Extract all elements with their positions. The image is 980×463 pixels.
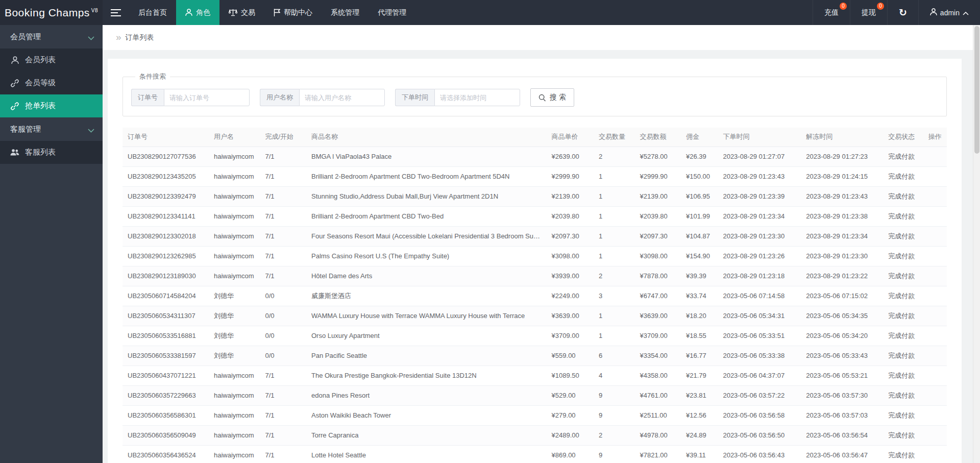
- cell-order_no: UB2305060437071221: [122, 365, 209, 385]
- column-header-ratio: 完成/开始: [260, 128, 306, 147]
- column-header-qty: 交易数量: [594, 128, 634, 147]
- menu-toggle-icon[interactable]: [103, 0, 129, 25]
- order-no-input[interactable]: [164, 89, 250, 106]
- sidebar-item-service-list[interactable]: 客服列表: [0, 141, 103, 164]
- cell-status: 完成付款: [883, 166, 923, 186]
- cell-qty: 6: [594, 346, 634, 365]
- cell-username: 刘德华: [209, 286, 260, 306]
- column-header-username: 用户名: [209, 128, 260, 147]
- cell-unfreeze_time: 2023-08-29 01:23:30: [801, 246, 883, 266]
- table-row: UB2305060356436524haiwaiymcom7/1Lotte Ho…: [122, 445, 947, 463]
- cell-order_no: UB2308290123302018: [122, 226, 209, 246]
- cell-ratio: 7/1: [260, 226, 306, 246]
- order-time-label: 下单时间: [395, 89, 434, 106]
- cell-order_time: 2023-05-06 05:34:31: [718, 306, 801, 326]
- cell-qty: 2: [594, 147, 634, 166]
- sidebar-group-member-admin[interactable]: 会员管理: [0, 25, 103, 48]
- cell-product: Palms Casino Resort U.S (The Empathy Sui…: [306, 246, 547, 266]
- cell-order_no: UB2308290123341141: [122, 206, 209, 226]
- vertical-scrollbar: [973, 25, 980, 463]
- order-time-input[interactable]: [434, 89, 520, 106]
- cell-ratio: 7/1: [260, 365, 306, 385]
- sidebar-item-member-list[interactable]: 会员列表: [0, 48, 103, 71]
- tab-system-admin[interactable]: 系统管理: [322, 0, 369, 25]
- cell-order_time: 2023-08-29 01:23:26: [718, 246, 801, 266]
- cell-amount: ¥2139.00: [635, 186, 681, 206]
- table-row: UB2305060356509049haiwaiymcom7/1Torre Ca…: [122, 425, 947, 445]
- content-card: 条件搜索 订单号 用户名称 下单时间: [108, 59, 962, 463]
- cell-ratio: 7/1: [260, 186, 306, 206]
- cell-amount: ¥4761.00: [635, 385, 681, 405]
- column-header-commission: 佣金: [681, 128, 718, 147]
- cell-status: 完成付款: [883, 365, 923, 385]
- tab-agent-admin[interactable]: 代理管理: [369, 0, 415, 25]
- cell-product: The Okura Prestige Bangkok-Presidential …: [306, 365, 547, 385]
- scrollbar-thumb[interactable]: [974, 26, 979, 154]
- cell-status: 完成付款: [883, 405, 923, 425]
- cell-commission: ¥23.81: [681, 385, 718, 405]
- cell-ratio: 7/1: [260, 405, 306, 425]
- cell-ratio: 0/0: [260, 326, 306, 346]
- search-button[interactable]: 搜 索: [530, 88, 574, 107]
- search-panel: 条件搜索 订单号 用户名称 下单时间: [122, 72, 947, 116]
- cell-price: ¥559.00: [547, 346, 594, 365]
- cell-order_no: UB2308290123262985: [122, 246, 209, 266]
- table-row: UB2308290123262985haiwaiymcom7/1Palms Ca…: [122, 246, 947, 266]
- scale-icon: [229, 9, 237, 16]
- cell-status: 完成付款: [883, 385, 923, 405]
- tab-help-center[interactable]: 帮助中心: [264, 0, 322, 25]
- cell-ratio: 0/0: [260, 346, 306, 365]
- sidebar-group-service-admin[interactable]: 客服管理: [0, 117, 103, 141]
- cell-commission: ¥104.87: [681, 226, 718, 246]
- table-row: UB2305060533381597刘德华0/0Pan Pacific Seat…: [122, 346, 947, 365]
- cell-product: Stunning Studio,Address Dubai Mall,Burj …: [306, 186, 547, 206]
- cell-amount: ¥3354.00: [635, 346, 681, 365]
- cell-status: 完成付款: [883, 306, 923, 326]
- sidebar-submenu-member: 会员列表 会员等级 抢单列表: [0, 48, 103, 117]
- sidebar-submenu-service: 客服列表: [0, 141, 103, 164]
- column-header-price: 商品单价: [547, 128, 594, 147]
- cell-commission: ¥12.56: [681, 405, 718, 425]
- column-header-amount: 交易数额: [635, 128, 681, 147]
- sidebar-item-order-grab-list[interactable]: 抢单列表: [0, 94, 103, 117]
- cell-action: [923, 425, 947, 445]
- link-icon: [10, 102, 19, 110]
- cell-amount: ¥3709.00: [635, 326, 681, 346]
- refresh-button[interactable]: ↻: [887, 0, 918, 25]
- cell-status: 完成付款: [883, 326, 923, 346]
- cell-action: [923, 306, 947, 326]
- recharge-badge: 0: [840, 3, 847, 10]
- refresh-icon: ↻: [899, 7, 907, 18]
- cell-commission: ¥39.11: [681, 445, 718, 463]
- cell-order_time: 2023-08-29 01:23:30: [718, 226, 801, 246]
- sidebar-item-member-level[interactable]: 会员等级: [0, 71, 103, 94]
- cell-qty: 4: [594, 365, 634, 385]
- cell-product: 威廉斯堡酒店: [306, 286, 547, 306]
- withdraw-button[interactable]: 提现 0: [850, 0, 887, 25]
- recharge-button[interactable]: 充值 0: [813, 0, 850, 25]
- cell-username: haiwaiymcom: [209, 166, 260, 186]
- tab-label: 系统管理: [331, 8, 359, 17]
- chevron-down-icon: [88, 126, 94, 134]
- cell-price: ¥2489.00: [547, 425, 594, 445]
- cell-order_no: UB2305060357229663: [122, 385, 209, 405]
- group-label: 会员管理: [10, 32, 41, 42]
- username-input[interactable]: [299, 89, 385, 106]
- tab-dashboard[interactable]: 后台首页: [129, 0, 176, 25]
- cell-amount: ¥2511.00: [635, 405, 681, 425]
- search-row: 订单号 用户名称 下单时间 搜 索: [131, 88, 938, 107]
- cell-username: haiwaiymcom: [209, 186, 260, 206]
- cell-amount: ¥2039.80: [635, 206, 681, 226]
- tab-trade[interactable]: 交易: [219, 0, 264, 25]
- main-area: » 订单列表 条件搜索 订单号 用户名称 下单时间: [103, 25, 973, 463]
- cell-price: ¥869.00: [547, 445, 594, 463]
- flag-icon: [274, 9, 280, 16]
- cell-order_time: 2023-05-06 05:33:38: [718, 346, 801, 365]
- order-no-field-group: 订单号: [131, 89, 250, 106]
- column-header-order_no: 订单号: [122, 128, 209, 147]
- page-title: 订单列表: [126, 33, 154, 42]
- breadcrumb-arrows-icon: »: [116, 32, 121, 42]
- cell-status: 完成付款: [883, 246, 923, 266]
- tab-roles[interactable]: 角色: [176, 0, 219, 25]
- user-menu[interactable]: admin: [918, 0, 980, 25]
